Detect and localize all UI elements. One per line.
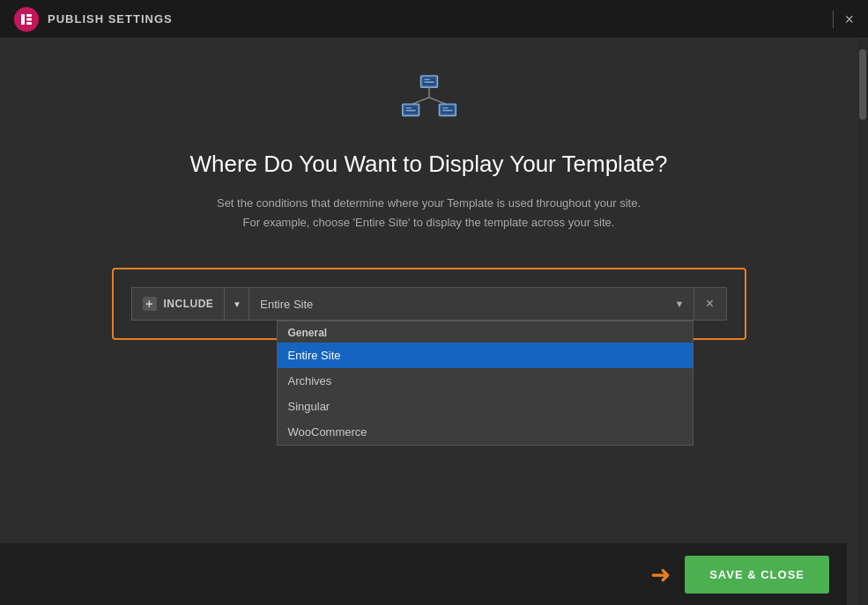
dropdown-item-entire-site[interactable]: Entire Site [278,343,693,368]
svg-rect-2 [26,18,32,20]
plus-icon: + [143,297,157,311]
svg-rect-18 [442,110,452,111]
svg-rect-7 [424,82,434,83]
network-icon [398,74,460,126]
include-dropdown-arrow[interactable]: ▼ [224,287,249,321]
scrollbar-thumb[interactable] [859,49,866,120]
arrow-indicator-icon: ➜ [650,560,671,589]
main-heading: Where Do You Want to Display Your Templa… [190,151,668,178]
dropdown-item-woocommerce[interactable]: WooCommerce [278,419,693,445]
svg-rect-0 [21,14,25,25]
condition-select[interactable]: Entire Site Archives Singular WooCommerc… [249,287,693,321]
title-bar-left: PUBLISH SETTINGS [14,7,173,32]
save-close-button[interactable]: SAVE & CLOSE [685,556,829,594]
scrollbar[interactable] [857,39,868,605]
remove-condition-button[interactable]: × [694,287,727,321]
conditions-area: + INCLUDE ▼ Entire Site Archives Singula… [112,268,746,340]
svg-rect-14 [405,110,415,111]
include-label: INCLUDE [164,298,214,310]
svg-line-9 [412,98,429,105]
dropdown-item-singular[interactable]: Singular [278,394,693,419]
svg-rect-6 [424,79,430,80]
svg-rect-13 [405,107,412,108]
title-bar: PUBLISH SETTINGS × [0,0,868,39]
include-button[interactable]: + INCLUDE [131,287,225,321]
svg-rect-17 [442,107,449,108]
dropdown-item-archives[interactable]: Archives [278,368,693,394]
dropdown-group-label: General [278,321,693,343]
title-bar-right: × [833,11,854,28]
divider [833,11,834,28]
main-content: Where Do You Want to Display Your Templa… [0,39,857,605]
select-wrapper: Entire Site Archives Singular WooCommerc… [249,287,693,321]
subtext: Set the conditions that determine where … [217,194,641,232]
svg-line-10 [429,98,446,105]
subtext-line2: For example, choose 'Entire Site' to dis… [217,213,641,232]
svg-rect-3 [26,22,32,25]
include-row: + INCLUDE ▼ Entire Site Archives Singula… [131,287,727,321]
page-title: PUBLISH SETTINGS [48,12,173,26]
svg-rect-1 [26,14,32,17]
footer: ➜ SAVE & CLOSE [0,543,847,605]
close-button[interactable]: × [844,11,854,27]
dropdown-menu: General Entire Site Archives Singular Wo… [277,321,694,446]
elementor-logo [14,7,39,32]
subtext-line1: Set the conditions that determine where … [217,194,641,213]
